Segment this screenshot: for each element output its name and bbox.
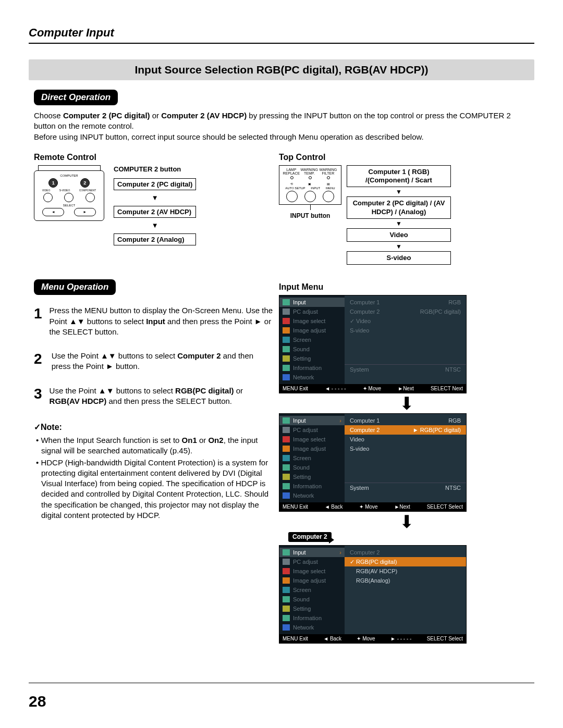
note-heading: ✓Note: — [34, 422, 274, 432]
t: SELECT Select — [427, 504, 463, 510]
remote-btn: ◄ — [42, 208, 64, 216]
flow-box: Computer 2 (PC digital) / (AV HDCP) / (A… — [347, 196, 451, 219]
t: Computer 2 — [350, 309, 380, 315]
t: MENU Exit — [283, 386, 308, 391]
t: RGB(AV HDCP) — [50, 397, 107, 405]
screen-icon — [283, 337, 290, 343]
menu-item: Network — [293, 374, 314, 380]
menu-item: PC adjust — [293, 427, 318, 433]
t: RGB(Analog) — [350, 577, 390, 584]
t: SELECT Next — [431, 386, 463, 391]
setting-icon — [283, 474, 290, 480]
top-control-heading: Top Control — [279, 153, 534, 162]
t: Computer 1 — [350, 299, 380, 305]
image-adjust-icon — [283, 327, 290, 334]
t: On2 — [208, 436, 223, 445]
t: Computer 2 — [177, 351, 221, 360]
t: Use the Point ▲▼ buttons to select — [50, 386, 175, 395]
input-icon — [283, 417, 290, 424]
setting-icon — [283, 355, 290, 362]
image-select-icon — [283, 436, 290, 442]
pc-icon — [283, 427, 290, 433]
t: SELECT Select — [427, 636, 463, 641]
t: ►Next — [394, 504, 410, 510]
arrow-down-icon: ▼ — [347, 221, 451, 226]
computer2-button-label: COMPUTER 2 button — [114, 165, 196, 173]
label: AUTO SETUP — [285, 187, 305, 190]
menu-item: Image adjust — [293, 577, 326, 584]
input-icon — [283, 549, 290, 556]
t: RGB(PC digital) — [175, 386, 234, 395]
t: Input — [146, 317, 165, 326]
t: Video — [356, 318, 371, 324]
t: RGB(PC digital) — [356, 559, 397, 565]
t: ✦ Move — [363, 386, 381, 391]
t: Computer 2 (PC digital) — [63, 111, 150, 120]
section-title: Computer Input — [29, 26, 534, 40]
flow-box: S-video — [347, 251, 451, 265]
t: On1 — [182, 436, 197, 445]
sound-icon — [283, 346, 290, 352]
label: S-VIDEO — [59, 189, 70, 192]
header-rule — [29, 43, 534, 44]
image-select-icon — [283, 568, 290, 574]
label: WARNING TEMP. — [300, 168, 319, 175]
remote-btn-2: 2 — [80, 178, 90, 188]
menu-item: Sound — [293, 464, 310, 471]
menu-item: Sound — [293, 346, 310, 352]
t: S-video — [350, 446, 369, 452]
t: Choose — [34, 111, 63, 120]
t: and then press the SELECT button. — [106, 397, 232, 405]
menu-item: Sound — [293, 596, 310, 602]
label: MENU — [326, 187, 335, 190]
label: LAMP REPLACE — [283, 168, 300, 175]
menu-item: Image select — [293, 436, 325, 442]
menu-item: Network — [293, 624, 314, 631]
step-2: 2 Use the Point ▲▼ buttons to select Com… — [34, 351, 274, 372]
t: ► - - - - - — [390, 636, 411, 641]
t: ✦ Move — [357, 636, 375, 641]
t: When the Input Search function is set to — [41, 436, 181, 445]
t: NTSC — [445, 485, 461, 491]
info-icon — [283, 483, 290, 489]
notes-list: When the Input Search function is set to… — [36, 435, 274, 521]
t: RGB(PC digital) — [420, 309, 461, 315]
note-item: HDCP (High-bandwidth Digital Content Pro… — [36, 458, 274, 521]
menu-item: Information — [293, 365, 322, 371]
t: RGB(AV HDCP) — [350, 568, 397, 574]
pc-icon — [283, 309, 290, 315]
arrow-down-icon: ▼ — [347, 189, 451, 194]
screen-icon — [283, 455, 290, 461]
menu-item: Screen — [293, 587, 311, 593]
menu-item: Information — [293, 615, 322, 621]
menu-item: Input — [293, 417, 305, 424]
arrow-down-icon: ▼ — [114, 223, 196, 228]
note-item: When the Input Search function is set to… — [36, 435, 274, 456]
input-menu-heading: Input Menu — [279, 282, 534, 292]
menu-item: PC adjust — [293, 559, 318, 565]
t: Video — [350, 436, 364, 442]
t: MENU Exit — [283, 636, 308, 641]
label: COMPUTER — [38, 174, 101, 177]
network-icon — [283, 624, 290, 631]
menu-item: Image adjust — [293, 327, 326, 334]
t: Computer 2 — [350, 427, 380, 433]
footer-rule — [29, 683, 534, 683]
arrow-down-icon: ▼ — [347, 244, 451, 249]
t: Computer 1 — [350, 417, 380, 424]
t: Computer 2 — [350, 549, 380, 556]
label: COMPONENT — [79, 189, 96, 192]
step-3: 3 Use the Point ▲▼ buttons to select RGB… — [34, 386, 274, 407]
remote-btn — [85, 193, 95, 202]
image-adjust-icon — [283, 577, 290, 584]
t: ✦ Move — [359, 504, 377, 510]
osd-menu-screen-1: Input PC adjust Image select Image adjus… — [279, 295, 467, 393]
page-number: 28 — [29, 693, 46, 710]
info-icon — [283, 365, 290, 371]
t: or — [234, 386, 243, 395]
t: ◄ - - - - - — [325, 386, 346, 391]
t: ◄ Back — [325, 504, 343, 510]
remote-btn: ► — [74, 208, 96, 216]
t: S-video — [350, 327, 369, 334]
t: ►Next — [398, 386, 413, 391]
